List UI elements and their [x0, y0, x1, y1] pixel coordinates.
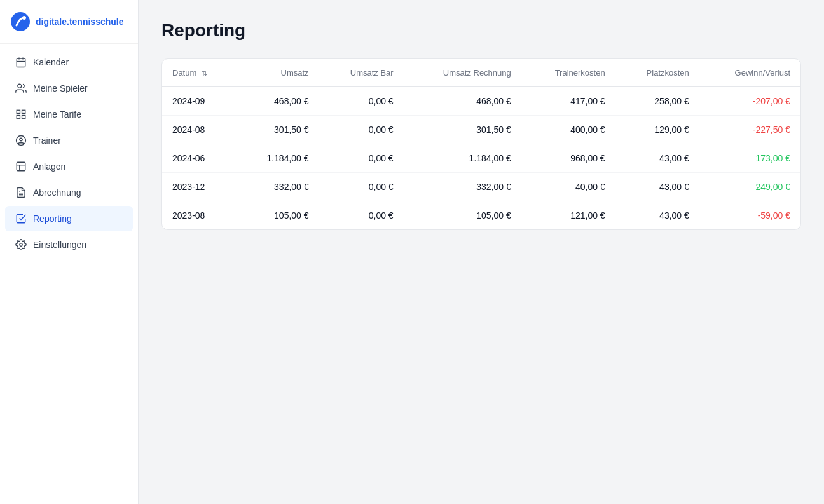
svg-rect-9	[22, 116, 25, 119]
cell-4: 40,00 €	[521, 173, 615, 201]
logo-icon	[10, 11, 31, 32]
cell-0: 2023-08	[162, 201, 236, 230]
cell-1: 301,50 €	[236, 116, 319, 144]
file-text-icon	[15, 187, 27, 198]
svg-rect-10	[17, 116, 20, 119]
main-content: Reporting Datum ⇅ Umsatz Umsatz Bar Umsa…	[139, 0, 824, 504]
col-gewinn-verlust: Gewinn/Verlust	[699, 59, 800, 87]
svg-rect-7	[17, 110, 20, 113]
svg-point-11	[17, 136, 26, 146]
nav-item-label: Trainer	[33, 135, 61, 146]
cell-5: 129,00 €	[615, 116, 699, 144]
users-icon	[15, 83, 27, 94]
sidebar-item-reporting[interactable]: Reporting	[5, 206, 133, 231]
col-trainerkosten: Trainerkosten	[521, 59, 615, 87]
col-platzkosten: Platzkosten	[615, 59, 699, 87]
sidebar-item-abrechnung[interactable]: Abrechnung	[5, 180, 133, 205]
table-row: 2023-08105,00 €0,00 €105,00 €121,00 €43,…	[162, 201, 800, 230]
cell-4: 121,00 €	[521, 201, 615, 230]
nav-item-label: Abrechnung	[33, 187, 81, 198]
table-row: 2023-12332,00 €0,00 €332,00 €40,00 €43,0…	[162, 173, 800, 201]
cell-4: 968,00 €	[521, 144, 615, 173]
cell-2: 0,00 €	[319, 116, 404, 144]
page-title: Reporting	[161, 20, 801, 41]
svg-point-12	[20, 138, 23, 141]
cell-4: 417,00 €	[521, 87, 615, 116]
nav-item-label: Meine Tarife	[33, 109, 81, 119]
layout-icon	[15, 161, 27, 172]
col-umsatz-bar: Umsatz Bar	[319, 59, 404, 87]
table-row: 2024-061.184,00 €0,00 €1.184,00 €968,00 …	[162, 144, 800, 173]
cell-5: 258,00 €	[615, 87, 699, 116]
cell-6: -59,00 €	[699, 201, 800, 230]
sidebar-item-meine-tarife[interactable]: Meine Tarife	[5, 102, 133, 127]
cell-2: 0,00 €	[319, 144, 404, 173]
col-datum[interactable]: Datum ⇅	[162, 59, 236, 87]
cell-2: 0,00 €	[319, 173, 404, 201]
cell-5: 43,00 €	[615, 173, 699, 201]
nav-item-label: Meine Spieler	[33, 83, 88, 93]
cell-0: 2023-12	[162, 173, 236, 201]
cell-4: 400,00 €	[521, 116, 615, 144]
table-header-row: Datum ⇅ Umsatz Umsatz Bar Umsatz Rechnun…	[162, 59, 800, 87]
cell-1: 332,00 €	[236, 173, 319, 201]
sort-icon: ⇅	[202, 69, 207, 78]
reporting-table-card: Datum ⇅ Umsatz Umsatz Bar Umsatz Rechnun…	[161, 58, 801, 230]
svg-rect-13	[17, 162, 25, 171]
cell-6: -207,00 €	[699, 87, 800, 116]
cell-0: 2024-08	[162, 116, 236, 144]
cell-5: 43,00 €	[615, 144, 699, 173]
cell-3: 105,00 €	[404, 201, 521, 230]
cell-5: 43,00 €	[615, 201, 699, 230]
sidebar-item-anlagen[interactable]: Anlagen	[5, 154, 133, 179]
sidebar-item-meine-spieler[interactable]: Meine Spieler	[5, 76, 133, 101]
cell-3: 1.184,00 €	[404, 144, 521, 173]
nav-list: KalenderMeine SpielerMeine TarifeTrainer…	[0, 49, 138, 258]
cell-1: 1.184,00 €	[236, 144, 319, 173]
table-row: 2024-08301,50 €0,00 €301,50 €400,00 €129…	[162, 116, 800, 144]
circle-user-icon	[15, 135, 27, 146]
svg-point-6	[18, 84, 22, 88]
cell-3: 301,50 €	[404, 116, 521, 144]
cell-3: 468,00 €	[404, 87, 521, 116]
svg-rect-2	[17, 58, 25, 67]
reporting-table: Datum ⇅ Umsatz Umsatz Bar Umsatz Rechnun…	[162, 59, 800, 229]
cell-0: 2024-09	[162, 87, 236, 116]
nav-item-label: Anlagen	[33, 161, 65, 172]
col-umsatz-rechnung: Umsatz Rechnung	[404, 59, 521, 87]
cell-1: 105,00 €	[236, 201, 319, 230]
nav-item-label: Kalender	[33, 57, 69, 67]
cell-1: 468,00 €	[236, 87, 319, 116]
cell-0: 2024-06	[162, 144, 236, 173]
cell-2: 0,00 €	[319, 87, 404, 116]
grid-icon	[15, 109, 27, 120]
col-umsatz: Umsatz	[236, 59, 319, 87]
table-row: 2024-09468,00 €0,00 €468,00 €417,00 €258…	[162, 87, 800, 116]
sidebar-item-einstellungen[interactable]: Einstellungen	[5, 232, 133, 257]
cell-6: -227,50 €	[699, 116, 800, 144]
svg-rect-8	[22, 110, 25, 113]
cell-2: 0,00 €	[319, 201, 404, 230]
nav-item-label: Einstellungen	[33, 240, 86, 250]
cell-6: 249,00 €	[699, 173, 800, 201]
sidebar-item-kalender[interactable]: Kalender	[5, 50, 133, 75]
table-body: 2024-09468,00 €0,00 €468,00 €417,00 €258…	[162, 87, 800, 230]
cell-3: 332,00 €	[404, 173, 521, 201]
cell-6: 173,00 €	[699, 144, 800, 173]
svg-point-0	[11, 12, 30, 31]
svg-point-1	[22, 16, 26, 20]
calendar-icon	[15, 57, 27, 68]
settings-icon	[15, 239, 27, 250]
check-square-icon	[15, 213, 27, 224]
logo[interactable]: digitale.tennisschule	[0, 0, 138, 44]
sidebar-item-trainer[interactable]: Trainer	[5, 128, 133, 153]
nav-item-label: Reporting	[33, 214, 72, 224]
logo-text: digitale.tennisschule	[36, 17, 124, 27]
svg-point-18	[20, 243, 23, 247]
sidebar: digitale.tennisschule KalenderMeine Spie…	[0, 0, 139, 504]
